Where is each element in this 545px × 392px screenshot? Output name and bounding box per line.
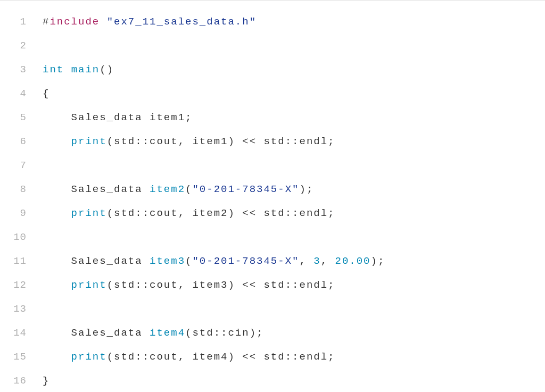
code-token: Sales_data xyxy=(71,255,150,267)
code-line: 1#include "ex7_11_sales_data.h" xyxy=(0,10,545,34)
code-line: 7 xyxy=(0,154,545,178)
code-token: 20.00 xyxy=(335,255,371,267)
code-token: 3 xyxy=(313,255,320,267)
code-token: print xyxy=(71,351,107,363)
code-line: 3int main() xyxy=(0,58,545,82)
code-token: () xyxy=(100,64,114,76)
code-token: ); xyxy=(299,184,313,195)
code-content: } xyxy=(43,373,49,389)
code-content: Sales_data item1; xyxy=(43,110,192,126)
code-token: (std::cout, item2) << std::endl; xyxy=(107,207,335,219)
code-token xyxy=(64,64,71,76)
code-token: (std::cout, item3) << std::endl; xyxy=(107,279,335,291)
code-token: item2 xyxy=(150,184,185,195)
line-number: 5 xyxy=(0,110,43,126)
code-content: #include "ex7_11_sales_data.h" xyxy=(43,14,257,30)
code-content: { xyxy=(43,86,49,102)
code-content: print(std::cout, item4) << std::endl; xyxy=(43,349,335,365)
code-token: "ex7_11_sales_data.h" xyxy=(107,16,257,28)
code-token xyxy=(100,16,106,28)
code-token: ); xyxy=(371,255,385,267)
line-number: 6 xyxy=(0,134,43,149)
code-content: Sales_data item4(std::cin); xyxy=(43,326,263,341)
line-number: 1 xyxy=(0,14,43,30)
code-line: 9 print(std::cout, item2) << std::endl; xyxy=(0,202,545,226)
code-line: 16} xyxy=(0,369,545,392)
code-token: (std::cin); xyxy=(185,327,263,339)
code-content: print(std::cout, item1) << std::endl; xyxy=(43,134,335,149)
code-token: (std::cout, item4) << std::endl; xyxy=(107,351,335,363)
code-token: # xyxy=(43,16,49,28)
line-number: 9 xyxy=(0,206,43,221)
line-number: 11 xyxy=(0,254,43,269)
line-number: 16 xyxy=(0,373,43,389)
code-token: (std::cout, item1) << std::endl; xyxy=(107,136,335,147)
code-content: int main() xyxy=(43,62,114,78)
code-content: print(std::cout, item2) << std::endl; xyxy=(43,206,335,221)
line-number: 8 xyxy=(0,182,43,197)
line-number: 3 xyxy=(0,62,43,78)
code-token: Sales_data xyxy=(71,184,150,195)
code-token: print xyxy=(71,279,107,291)
code-line: 14 Sales_data item4(std::cin); xyxy=(0,321,545,345)
code-line: 11 Sales_data item3("0-201-78345-X", 3, … xyxy=(0,249,545,273)
line-number: 2 xyxy=(0,38,43,54)
code-line: 12 print(std::cout, item3) << std::endl; xyxy=(0,273,545,297)
line-number: 7 xyxy=(0,158,43,173)
line-number: 4 xyxy=(0,86,43,102)
code-token: , xyxy=(299,255,313,267)
code-token: int xyxy=(43,64,64,76)
code-line: 10 xyxy=(0,226,545,249)
line-number: 14 xyxy=(0,326,43,341)
code-token: Sales_data xyxy=(71,327,150,339)
code-content: Sales_data item2("0-201-78345-X"); xyxy=(43,182,313,197)
code-content: Sales_data item3("0-201-78345-X", 3, 20.… xyxy=(43,254,385,269)
code-token: , xyxy=(321,255,335,267)
code-editor: 1#include "ex7_11_sales_data.h"23int mai… xyxy=(0,0,545,392)
code-token: ( xyxy=(185,255,192,267)
code-token: "0-201-78345-X" xyxy=(192,184,299,195)
code-line: 4{ xyxy=(0,82,545,106)
code-token: print xyxy=(71,207,107,219)
line-number: 10 xyxy=(0,230,43,245)
code-token: { xyxy=(43,88,49,99)
code-token: main xyxy=(71,64,100,76)
code-token: item4 xyxy=(150,327,185,339)
code-token: "0-201-78345-X" xyxy=(192,255,299,267)
code-content: print(std::cout, item3) << std::endl; xyxy=(43,278,335,293)
code-token: Sales_data item1; xyxy=(71,112,193,123)
line-number: 12 xyxy=(0,278,43,293)
code-token: item3 xyxy=(150,255,185,267)
code-line: 13 xyxy=(0,297,545,321)
line-number: 15 xyxy=(0,349,43,365)
code-line: 6 print(std::cout, item1) << std::endl; xyxy=(0,130,545,154)
code-token: } xyxy=(43,375,49,387)
code-token: include xyxy=(49,16,100,28)
code-line: 5 Sales_data item1; xyxy=(0,106,545,130)
code-token: print xyxy=(71,136,107,147)
code-line: 8 Sales_data item2("0-201-78345-X"); xyxy=(0,178,545,202)
code-line: 2 xyxy=(0,34,545,58)
code-token: ( xyxy=(185,184,192,195)
code-line: 15 print(std::cout, item4) << std::endl; xyxy=(0,345,545,369)
line-number: 13 xyxy=(0,302,43,317)
